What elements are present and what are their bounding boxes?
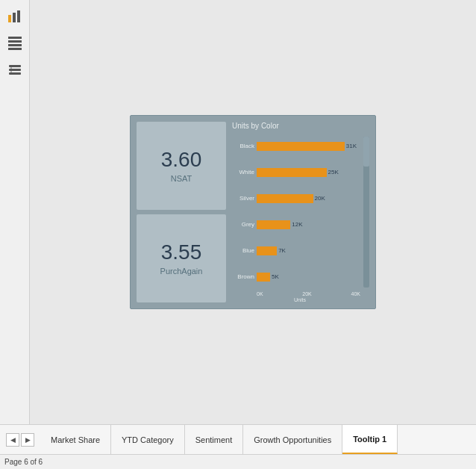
bar-label: White xyxy=(231,169,254,176)
chart-title: Units by Color xyxy=(232,122,369,130)
bar-label: Black xyxy=(231,143,254,149)
svg-rect-3 xyxy=(8,37,22,39)
svg-rect-4 xyxy=(8,40,22,43)
bar-label: Silver xyxy=(231,195,254,202)
purch-again-metric: 3.55 PurchAgain xyxy=(137,214,226,302)
status-bar: Page 6 of 6 xyxy=(0,454,476,469)
tab-market-share[interactable]: Market Share xyxy=(40,425,111,454)
nsat-value: 3.60 xyxy=(161,149,202,172)
bar-value: 25K xyxy=(328,169,339,176)
bar-label: Blue xyxy=(231,247,254,254)
bar-row: Grey12K xyxy=(231,218,369,232)
layers-icon[interactable] xyxy=(4,60,25,81)
tab-sentiment[interactable]: Sentiment xyxy=(185,425,244,454)
bar-value: 12K xyxy=(292,221,302,228)
bottom-nav: ◀ ▶ Market ShareYTD CategorySentimentGro… xyxy=(0,424,476,454)
prev-arrow[interactable]: ◀ xyxy=(6,433,19,447)
svg-rect-2 xyxy=(17,10,20,22)
bar-fill xyxy=(257,142,345,151)
page-indicator: Page 6 of 6 xyxy=(4,458,43,466)
bar-track: 25K xyxy=(257,168,369,177)
bar-track: 20K xyxy=(257,194,369,203)
bar-row: Brown5K xyxy=(231,270,369,284)
bar-label: Brown xyxy=(231,273,254,280)
bar-value: 5K xyxy=(272,273,279,280)
bar-value: 31K xyxy=(346,143,357,149)
tab-tooltip-1[interactable]: Tooltip 1 xyxy=(342,425,398,454)
bar-fill xyxy=(257,273,270,282)
bar-value: 7K xyxy=(278,247,286,254)
svg-rect-0 xyxy=(8,15,11,22)
bar-fill xyxy=(257,220,290,229)
bar-track: 7K xyxy=(257,246,369,255)
svg-rect-6 xyxy=(8,48,22,50)
tab-ytd-category[interactable]: YTD Category xyxy=(111,425,185,454)
nsat-metric: 3.60 NSAT xyxy=(137,122,226,210)
tabs-container: Market ShareYTD CategorySentimentGrowth … xyxy=(40,425,476,454)
x-axis: 0K 20K 40K xyxy=(231,291,369,296)
nsat-label: NSAT xyxy=(171,174,192,183)
bar-track: 31K xyxy=(257,142,369,151)
nav-arrows: ◀ ▶ xyxy=(0,433,40,447)
bar-chart-icon[interactable] xyxy=(4,6,25,27)
x-axis-title: Units xyxy=(231,297,369,302)
x-label-40k: 40K xyxy=(351,291,360,296)
bar-fill xyxy=(257,168,327,177)
bar-row: Blue7K xyxy=(231,244,369,258)
bar-row: White25K xyxy=(231,166,369,179)
app-container: 3.60 NSAT 3.55 PurchAgain Units by Color… xyxy=(0,0,476,424)
chart-area: Black31KWhite25KSilver20KGrey12KBlue7KBr… xyxy=(231,133,369,290)
tab-growth-opportunities[interactable]: Growth Opportunities xyxy=(243,425,342,454)
svg-rect-5 xyxy=(8,44,22,46)
x-label-20k: 20K xyxy=(302,291,311,296)
bar-row: Black31K xyxy=(231,140,369,153)
x-label-0k: 0K xyxy=(257,291,263,296)
metrics-panel: 3.60 NSAT 3.55 PurchAgain xyxy=(137,122,226,302)
purch-again-value: 3.55 xyxy=(161,241,202,264)
bar-track: 5K xyxy=(257,273,369,282)
svg-rect-1 xyxy=(13,13,16,22)
sidebar xyxy=(0,0,30,424)
bar-chart-panel: Units by Color Black31KWhite25KSilver20K… xyxy=(231,122,369,302)
next-arrow[interactable]: ▶ xyxy=(21,433,34,447)
bar-track: 12K xyxy=(257,220,369,229)
bar-label: Grey xyxy=(231,221,254,228)
table-icon[interactable] xyxy=(4,33,25,54)
bar-value: 20K xyxy=(315,195,325,202)
scroll-thumb[interactable] xyxy=(363,137,369,167)
visualization-card: 3.60 NSAT 3.55 PurchAgain Units by Color… xyxy=(130,115,376,309)
bar-fill xyxy=(257,194,313,203)
bar-fill xyxy=(257,246,277,255)
svg-rect-10 xyxy=(10,65,12,75)
bar-row: Silver20K xyxy=(231,192,369,205)
scrollbar[interactable] xyxy=(363,137,369,288)
main-content: 3.60 NSAT 3.55 PurchAgain Units by Color… xyxy=(30,0,476,424)
purch-again-label: PurchAgain xyxy=(160,267,203,276)
